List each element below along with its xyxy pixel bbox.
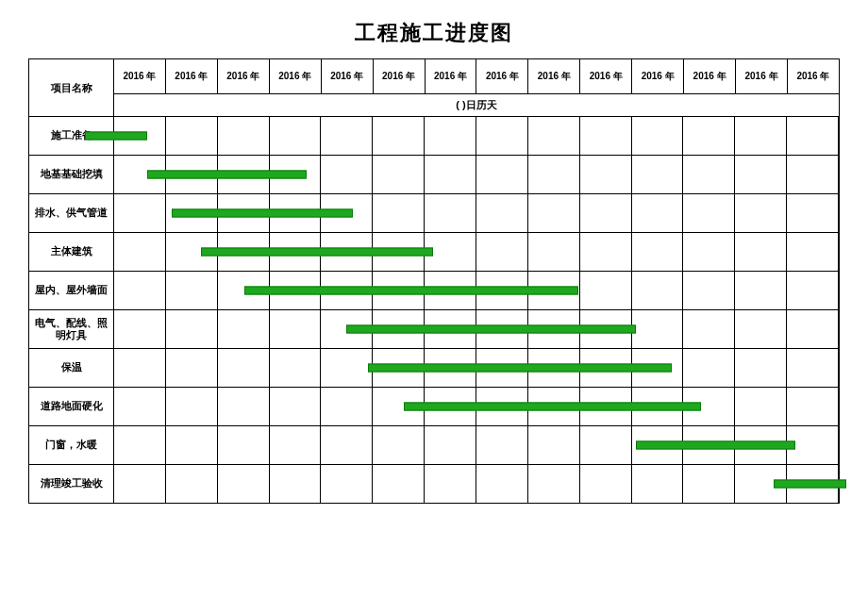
grid-cell <box>114 465 166 503</box>
task-row: 电气、配线、照明灯具 <box>29 309 839 348</box>
grid-cell <box>580 272 632 309</box>
gantt-bar <box>244 287 577 295</box>
grid-cell <box>632 310 684 348</box>
year-header-cell: 2016 年 <box>218 59 270 93</box>
task-row: 施工准备 <box>29 116 839 155</box>
gantt-bar <box>85 132 146 141</box>
year-header-cell: 2016 年 <box>374 59 426 93</box>
grid-cell <box>632 194 684 232</box>
sub-header-row: ( )日历天 <box>114 93 839 116</box>
grid-cell <box>373 117 425 155</box>
calendar-days-label: ( )日历天 <box>114 94 839 116</box>
grid-cell <box>114 194 166 232</box>
task-label: 电气、配线、照明灯具 <box>29 310 114 348</box>
grid-cell <box>476 156 528 193</box>
gantt-chart: 项目名称 2016 年2016 年2016 年2016 年2016 年2016 … <box>28 58 840 504</box>
task-label: 清理竣工验收 <box>29 465 114 503</box>
grid-cell <box>114 426 166 464</box>
grid-cell <box>270 426 322 464</box>
grid-cell <box>166 272 218 309</box>
grid-cell <box>683 117 735 155</box>
task-row: 地基基础挖填 <box>29 155 839 193</box>
task-grid <box>114 388 839 425</box>
grid-cell <box>270 388 322 425</box>
grid-cell <box>373 465 425 503</box>
grid-cell <box>735 388 787 425</box>
grid-cell <box>787 388 839 425</box>
grid-cell <box>735 194 787 232</box>
year-header-cell: 2016 年 <box>528 59 580 93</box>
grid-cell <box>580 233 632 271</box>
grid-cell <box>373 426 425 464</box>
header-block: 项目名称 2016 年2016 年2016 年2016 年2016 年2016 … <box>29 59 839 116</box>
year-header-cell: 2016 年 <box>426 59 477 93</box>
task-label: 排水、供气管道 <box>29 194 114 232</box>
grid-cell <box>270 349 322 387</box>
grid-cell <box>632 272 684 309</box>
grid-cell <box>735 272 787 309</box>
grid-cell <box>787 233 839 271</box>
gantt-bar <box>404 403 701 411</box>
grid-cell <box>425 156 476 193</box>
task-grid <box>114 194 839 232</box>
task-row: 主体建筑 <box>29 232 839 271</box>
task-label: 门窗，水暖 <box>29 426 114 464</box>
grid-cell <box>218 426 270 464</box>
task-grid <box>114 117 839 155</box>
grid-cell <box>270 310 322 348</box>
grid-cell <box>735 156 787 193</box>
task-grid <box>114 465 839 503</box>
grid-cell <box>425 426 476 464</box>
task-grid <box>114 272 839 309</box>
year-header-cell: 2016 年 <box>114 59 166 93</box>
grid-cell <box>528 233 580 271</box>
row-header-label: 项目名称 <box>29 59 114 116</box>
grid-cell <box>632 156 684 193</box>
grid-cell <box>528 194 580 232</box>
grid-cell <box>787 117 839 155</box>
grid-cell <box>735 349 787 387</box>
grid-cell <box>476 233 528 271</box>
task-grid <box>114 310 839 348</box>
year-header-cell: 2016 年 <box>580 59 632 93</box>
grid-cell <box>321 117 373 155</box>
grid-cell <box>580 156 632 193</box>
gantt-bar <box>201 248 433 257</box>
grid-cell <box>166 426 218 464</box>
grid-cell <box>218 117 270 155</box>
grid-cell <box>166 388 218 425</box>
grid-cell <box>632 233 684 271</box>
grid-cell <box>425 465 476 503</box>
task-grid <box>114 156 839 193</box>
task-row: 门窗，水暖 <box>29 425 839 464</box>
grid-cell <box>166 349 218 387</box>
grid-cell <box>787 310 839 348</box>
grid-cell <box>114 349 166 387</box>
grid-cell <box>321 349 373 387</box>
grid-cell <box>528 117 580 155</box>
grid-cell <box>476 194 528 232</box>
grid-cell <box>735 233 787 271</box>
task-label: 屋内、屋外墙面 <box>29 272 114 309</box>
grid-cell <box>476 117 528 155</box>
grid-cell <box>528 426 580 464</box>
grid-cell <box>476 465 528 503</box>
grid-cell <box>632 465 684 503</box>
gantt-body: 施工准备地基基础挖填排水、供气管道主体建筑屋内、屋外墙面电气、配线、照明灯具保温… <box>29 116 839 503</box>
task-row: 清理竣工验收 <box>29 464 839 503</box>
grid-cell <box>166 117 218 155</box>
task-label: 保温 <box>29 349 114 387</box>
grid-cell <box>580 194 632 232</box>
grid-cell <box>683 233 735 271</box>
task-grid <box>114 349 839 387</box>
grid-cell <box>218 349 270 387</box>
task-row: 屋内、屋外墙面 <box>29 271 839 309</box>
gantt-bar <box>368 364 673 373</box>
grid-cell <box>270 465 322 503</box>
grid-cell <box>218 465 270 503</box>
gantt-bar <box>172 209 353 218</box>
year-header-cell: 2016 年 <box>788 59 839 93</box>
grid-cell <box>114 233 166 271</box>
grid-cell <box>683 349 735 387</box>
gantt-bar <box>147 171 307 179</box>
